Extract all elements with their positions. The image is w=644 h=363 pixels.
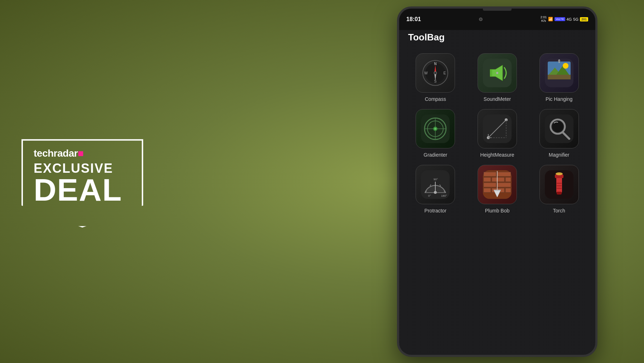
pichanging-label: Pic Hanging xyxy=(546,96,573,102)
app-item-plumbbob[interactable]: Plumb Bob xyxy=(468,165,527,214)
app-item-compass[interactable]: N S E W Compass xyxy=(406,53,465,102)
svg-rect-59 xyxy=(484,188,491,192)
volte-badge: VoLTE xyxy=(555,17,565,21)
speed-indicator: 2:01K/s xyxy=(541,16,547,23)
svg-rect-70 xyxy=(557,185,562,186)
compass-label: Compass xyxy=(425,96,446,102)
svg-text:180°: 180° xyxy=(441,194,447,197)
torch-icon xyxy=(539,165,579,204)
app-item-magnifier[interactable]: Magnifier xyxy=(530,109,588,158)
compass-icon: N S E W xyxy=(416,53,455,93)
svg-point-18 xyxy=(563,63,568,69)
app-item-pichanging[interactable]: Pic Hanging xyxy=(530,53,588,102)
svg-rect-57 xyxy=(484,183,496,187)
phone-left-button-1 xyxy=(397,59,398,73)
deal-label: DEAL xyxy=(34,175,131,205)
svg-rect-53 xyxy=(497,172,511,176)
phone-button-2 xyxy=(596,80,597,102)
svg-rect-58 xyxy=(497,183,511,187)
torch-label: Torch xyxy=(553,208,565,214)
phone-mockup: 18:01 2:01K/s 📶 VoLTE 4G 5G 201 ToolBag xyxy=(397,6,597,357)
pichanging-icon xyxy=(539,53,579,93)
soundmeter-icon xyxy=(478,53,517,93)
app-item-heightmeasure[interactable]: HeightMeasure xyxy=(468,109,527,158)
app-item-gradienter[interactable]: Gradienter xyxy=(406,109,465,158)
shield-shape: techradar■ EXCLUSIVE DEAL xyxy=(21,139,143,228)
svg-point-68 xyxy=(556,172,563,175)
protractor-label: Protractor xyxy=(425,208,446,214)
brand-name: techradar xyxy=(34,148,78,159)
svg-text:90°: 90° xyxy=(434,178,438,181)
camera-icon xyxy=(479,18,483,21)
phone-container: 18:01 2:01K/s 📶 VoLTE 4G 5G 201 ToolBag xyxy=(386,0,608,363)
svg-point-46 xyxy=(434,191,437,194)
svg-rect-66 xyxy=(556,176,562,193)
heightmeasure-icon xyxy=(478,109,517,148)
gradienter-icon xyxy=(416,109,455,148)
soundmeter-label: SoundMeter xyxy=(484,96,511,102)
app-item-torch[interactable]: Torch xyxy=(530,165,588,214)
app-grid: N S E W Compass xyxy=(399,50,595,217)
plumbbob-label: Plumb Bob xyxy=(485,208,509,214)
brand-dot: ■ xyxy=(78,148,84,159)
svg-rect-17 xyxy=(548,75,571,79)
signal-5g: 5G xyxy=(573,17,578,21)
svg-rect-52 xyxy=(484,172,496,176)
status-bar: 18:01 2:01K/s 📶 VoLTE 4G 5G 201 xyxy=(399,9,595,30)
svg-point-20 xyxy=(558,60,560,62)
protractor-icon: 0° 180° 90° xyxy=(416,165,455,204)
svg-text:0°: 0° xyxy=(428,194,431,197)
svg-point-8 xyxy=(434,72,437,74)
svg-rect-56 xyxy=(505,177,511,182)
app-item-protractor[interactable]: 0° 180° 90° Protractor xyxy=(406,165,465,214)
wifi-icon: 📶 xyxy=(548,17,553,21)
toolbag-title: ToolBag xyxy=(408,32,445,43)
signal-4g: 4G xyxy=(567,17,572,21)
svg-rect-72 xyxy=(557,192,562,195)
magnifier-icon xyxy=(539,109,579,148)
phone-button-1 xyxy=(596,51,597,73)
plumbbob-icon xyxy=(478,165,517,204)
svg-rect-71 xyxy=(557,188,562,189)
gradienter-label: Gradienter xyxy=(423,152,447,158)
status-icons: 2:01K/s 📶 VoLTE 4G 5G 201 xyxy=(541,16,588,23)
svg-point-12 xyxy=(496,72,498,74)
heightmeasure-label: HeightMeasure xyxy=(480,152,514,158)
phone-screen: 18:01 2:01K/s 📶 VoLTE 4G 5G 201 ToolBag xyxy=(399,9,595,355)
deal-badge: techradar■ EXCLUSIVE DEAL xyxy=(21,136,158,228)
svg-rect-54 xyxy=(484,177,491,182)
svg-rect-69 xyxy=(557,183,562,184)
svg-point-27 xyxy=(434,128,436,130)
phone-left-button-2 xyxy=(397,80,398,105)
magnifier-label: Magnifier xyxy=(549,152,570,158)
svg-text:W: W xyxy=(425,71,428,75)
status-time: 18:01 xyxy=(406,16,421,23)
svg-text:E: E xyxy=(444,71,446,75)
svg-rect-55 xyxy=(492,177,504,182)
svg-rect-61 xyxy=(505,188,511,192)
app-item-soundmeter[interactable]: SoundMeter xyxy=(468,53,527,102)
svg-rect-11 xyxy=(490,69,492,77)
techradar-logo: techradar■ xyxy=(34,148,131,159)
battery-icon: 201 xyxy=(580,17,588,21)
